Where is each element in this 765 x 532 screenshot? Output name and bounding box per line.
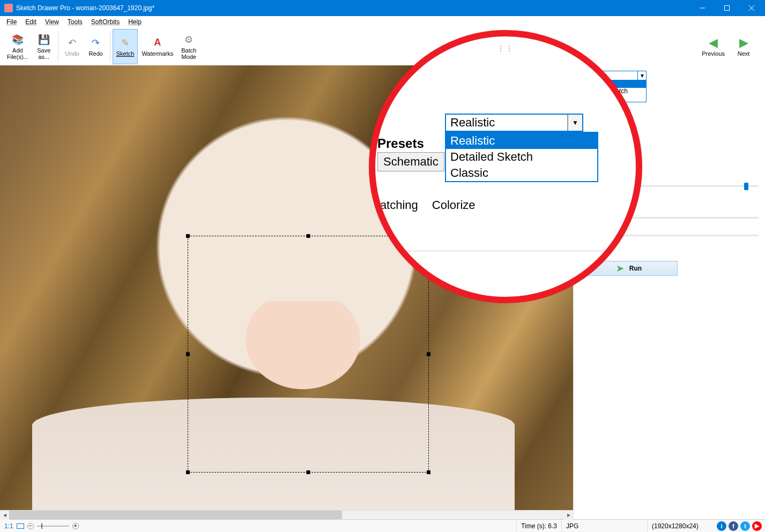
window-title: Sketch Drawer Pro - woman-2003647_1920.j… [16,4,690,12]
schematic-button[interactable]: Schematic [377,152,444,171]
stack-icon: 📚 [11,33,24,46]
callout-tabs: latching Colorize [377,198,476,212]
zoom-slider[interactable] [37,526,69,527]
selection-handle[interactable] [307,470,310,474]
watermarks-button[interactable]: A Watermarks [138,29,177,64]
selection-handle[interactable] [186,234,190,238]
previous-button[interactable]: ◀ Previous [698,34,729,59]
zoom-out-button[interactable]: − [27,523,34,529]
app-icon [4,4,13,12]
callout-option-detailed[interactable]: Detailed Sketch [446,149,597,165]
maximize-button[interactable] [715,0,739,16]
menu-tools[interactable]: Tools [63,17,87,27]
title-bar: Sketch Drawer Pro - woman-2003647_1920.j… [0,0,765,16]
grip-dots-icon: ⋮⋮ [497,44,514,53]
gear-icon: ⚙ [182,33,195,46]
callout-option-classic[interactable]: Classic [446,165,597,181]
zoom-controls: 1:1 − + [0,522,83,530]
window-controls [690,0,764,16]
zoom-ratio[interactable]: 1:1 [4,522,13,530]
minimize-icon [700,5,705,11]
selection-handle[interactable] [186,353,190,356]
scroll-left-button[interactable]: ◂ [0,511,9,520]
tab-hatching-partial[interactable]: latching [377,198,418,212]
selection-handle[interactable] [186,470,190,474]
chevron-down-icon[interactable]: ▾ [637,71,646,80]
selection-handle[interactable] [307,234,310,238]
fit-screen-icon[interactable] [17,523,24,529]
youtube-icon[interactable]: ▶ [752,521,762,531]
tab-colorize[interactable]: Colorize [432,198,476,212]
maximize-icon [724,5,730,11]
callout-combo-value: Realistic [446,116,567,130]
social-links: i f t ▶ [717,521,765,531]
menu-file[interactable]: File [2,17,21,27]
nav-group: ◀ Previous ▶ Next [698,28,762,65]
batch-mode-button[interactable]: ⚙ Batch Mode [177,29,200,64]
selection-handle[interactable] [427,353,430,356]
close-button[interactable] [739,0,764,16]
chevron-down-icon[interactable]: ▼ [567,115,582,131]
scroll-right-button[interactable]: ▸ [564,511,573,520]
redo-icon: ↷ [90,36,102,49]
play-icon: ➤ [616,264,624,273]
callout-preset-combo[interactable]: Realistic ▼ [445,114,583,132]
scroll-thumb[interactable] [9,511,342,519]
minimize-button[interactable] [690,0,715,16]
horizontal-scrollbar[interactable]: ◂ ▸ [0,510,573,519]
selection-marquee[interactable] [188,236,429,473]
arrow-left-icon: ◀ [707,36,720,49]
toolbar-separator [58,31,58,62]
add-files-button[interactable]: 📚 Add File(s)... [3,29,32,64]
watermark-icon: A [151,36,164,49]
facebook-icon[interactable]: f [729,521,738,531]
divider [378,251,633,251]
status-bar: 1:1 − + Time (s): 6.3 JPG (1920x1280x24)… [0,519,765,532]
menu-bar: File Edit View Tools SoftOrbits Help [0,16,765,28]
save-as-button[interactable]: 💾 Save as... [32,29,56,64]
presets-label: Presets [377,136,424,151]
undo-button[interactable]: ↶ Undo [61,29,84,64]
callout-option-realistic[interactable]: Realistic [446,133,597,149]
arrow-right-icon: ▶ [737,36,750,49]
status-time: Time (s): 6.3 [516,520,561,532]
menu-softorbits[interactable]: SoftOrbits [87,17,124,27]
scroll-track[interactable] [9,511,564,519]
status-dimensions: (1920x1280x24) [647,520,717,532]
status-format: JPG [561,520,647,532]
undo-icon: ↶ [66,36,79,49]
save-icon: 💾 [38,33,50,46]
annotation-callout: ⋮⋮ Realistic ▼ Presets Schematic Realist… [369,30,642,303]
redo-button[interactable]: ↷ Redo [84,29,108,64]
info-icon[interactable]: i [717,521,726,531]
menu-help[interactable]: Help [124,17,146,27]
sketch-icon: ✎ [119,36,132,49]
menu-edit[interactable]: Edit [21,17,41,27]
sketch-button[interactable]: ✎ Sketch [113,29,138,64]
slider-thumb[interactable] [744,183,748,190]
toolbar-separator [110,31,110,62]
toolbar: 📚 Add File(s)... 💾 Save as... ↶ Undo ↷ R… [0,28,765,65]
zoom-in-button[interactable]: + [72,523,79,529]
menu-view[interactable]: View [41,17,63,27]
twitter-icon[interactable]: t [740,521,750,531]
next-button[interactable]: ▶ Next [731,34,756,59]
close-icon [749,5,754,11]
run-button-label: Run [629,265,642,272]
callout-preset-dropdown[interactable]: Realistic Detailed Sketch Classic [445,132,598,182]
svg-rect-1 [725,6,730,11]
selection-handle[interactable] [427,470,430,474]
